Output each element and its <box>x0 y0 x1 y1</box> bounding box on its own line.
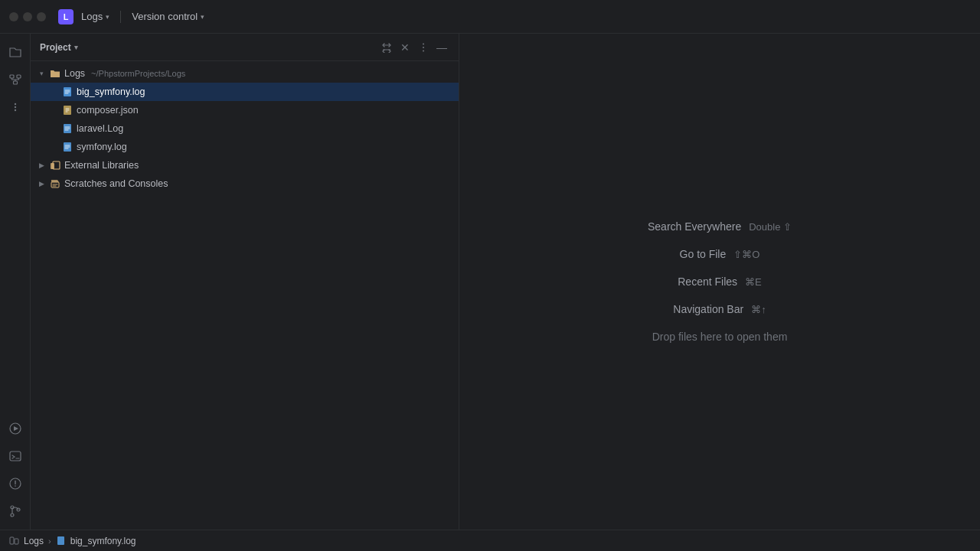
root-arrow: ▾ <box>37 69 46 78</box>
editor-area[interactable]: Search Everywhere Double ⇧ Go to File ⇧⌘… <box>459 34 980 530</box>
breadcrumb-file-name[interactable]: big_symfony.log <box>70 536 136 546</box>
maximize-button[interactable] <box>37 12 46 21</box>
svg-rect-0 <box>10 75 14 78</box>
panel-actions: ✕ — <box>379 40 449 55</box>
composer-json-label: composer.json <box>77 105 139 116</box>
panel-header: Project ▾ ✕ <box>31 34 459 61</box>
main-layout: Project ▾ ✕ <box>0 34 980 530</box>
panel-title: Project ▾ <box>40 42 373 53</box>
svg-point-3 <box>14 103 15 105</box>
svg-rect-23 <box>51 182 59 187</box>
tree-item-big-symfony-log[interactable]: big_symfony.log <box>31 83 459 101</box>
traffic-lights <box>9 12 46 21</box>
breadcrumb-project-name[interactable]: Logs <box>24 536 44 546</box>
svg-point-12 <box>11 514 14 517</box>
tree-item-laravel-log[interactable]: laravel.Log <box>31 119 459 138</box>
tree-item-external-libraries[interactable]: ▶ External Libraries <box>31 156 459 174</box>
svg-rect-1 <box>17 75 21 78</box>
svg-rect-25 <box>15 539 18 544</box>
svg-point-4 <box>14 106 15 108</box>
breadcrumb-project-icon <box>9 536 19 546</box>
svg-point-14 <box>423 43 424 44</box>
project-chevron: ▾ <box>106 13 109 21</box>
folder-icon-btn[interactable] <box>3 40 28 64</box>
ext-lib-arrow: ▶ <box>37 161 46 170</box>
options-btn[interactable] <box>416 40 431 55</box>
breadcrumb-sep: › <box>48 536 51 546</box>
project-panel: Project ▾ ✕ <box>31 34 459 530</box>
minimize-panel-btn[interactable]: — <box>434 40 449 55</box>
symfony-log-icon <box>61 141 74 153</box>
vcs-chevron: ▾ <box>201 13 204 21</box>
svg-point-5 <box>14 109 15 111</box>
big-symfony-log-icon <box>61 86 74 98</box>
recent-files-hint: Recent Files ⌘E <box>678 276 761 288</box>
tree-item-composer-json[interactable]: composer.json <box>31 101 459 119</box>
big-symfony-log-label: big_symfony.log <box>77 86 145 97</box>
root-label: Logs <box>64 68 85 79</box>
tree-view[interactable]: ▾ Logs ~/PhpstormProjects/Logs big_ <box>31 61 459 530</box>
svg-point-16 <box>423 50 424 51</box>
svg-rect-24 <box>10 537 14 544</box>
minimize-button[interactable] <box>23 12 32 21</box>
svg-rect-8 <box>10 452 21 461</box>
drop-files-hint: Drop files here to open them <box>652 331 788 343</box>
tree-item-symfony-log[interactable]: symfony.log <box>31 138 459 156</box>
scratches-icon <box>49 178 61 190</box>
collapse-all-btn[interactable]: ✕ <box>397 40 413 55</box>
search-everywhere-hint: Search Everywhere Double ⇧ <box>648 220 792 233</box>
tree-root-logs[interactable]: ▾ Logs ~/PhpstormProjects/Logs <box>31 64 459 83</box>
laravel-log-label: laravel.Log <box>77 123 123 134</box>
app-logo: L <box>58 9 74 24</box>
run-icon-btn[interactable] <box>3 416 28 441</box>
structure-icon-btn[interactable] <box>3 67 28 92</box>
title-divider <box>120 11 121 23</box>
root-path: ~/PhpstormProjects/Logs <box>91 69 185 78</box>
symfony-log-label: symfony.log <box>77 142 127 152</box>
tree-item-scratches-consoles[interactable]: ▶ Scratches and Consoles <box>31 174 459 193</box>
project-name[interactable]: Logs ▾ <box>81 11 109 22</box>
laravel-log-icon <box>61 122 74 135</box>
composer-json-icon <box>61 104 74 116</box>
git-icon-btn[interactable] <box>3 499 28 523</box>
breadcrumb-file-icon <box>56 536 66 546</box>
svg-rect-26 <box>57 536 64 545</box>
goto-file-hint: Go to File ⇧⌘O <box>680 248 760 260</box>
scratches-label: Scratches and Consoles <box>64 178 168 189</box>
status-bar: Logs › big_symfony.log <box>0 530 980 551</box>
svg-rect-2 <box>13 81 17 84</box>
left-icon-bar <box>0 34 31 530</box>
svg-point-15 <box>423 47 424 48</box>
expand-all-btn[interactable] <box>379 40 394 55</box>
icon-bar-bottom <box>3 416 28 530</box>
panel-chevron: ▾ <box>74 44 78 51</box>
root-folder-icon <box>49 67 61 80</box>
vcs-menu[interactable]: Version control ▾ <box>132 11 204 22</box>
breadcrumb: Logs › big_symfony.log <box>9 536 136 546</box>
navigation-bar-hint: Navigation Bar ⌘↑ <box>673 303 766 315</box>
svg-marker-7 <box>14 426 18 431</box>
ext-lib-label: External Libraries <box>64 160 139 171</box>
ext-lib-icon <box>49 159 61 171</box>
close-button[interactable] <box>9 12 18 21</box>
problems-icon-btn[interactable] <box>3 471 28 496</box>
more-icon-btn[interactable] <box>3 95 28 119</box>
scratches-arrow: ▶ <box>37 179 46 188</box>
title-bar: L Logs ▾ Version control ▾ <box>0 0 980 34</box>
terminal-icon-btn[interactable] <box>3 444 28 468</box>
svg-point-10 <box>15 485 16 487</box>
